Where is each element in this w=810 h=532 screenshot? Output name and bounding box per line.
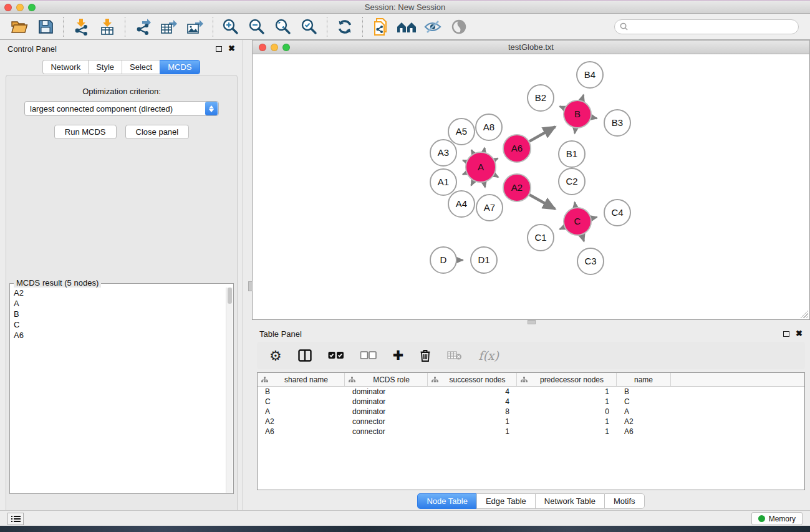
- column-header-name[interactable]: name: [617, 373, 671, 386]
- zoom-in-icon[interactable]: [218, 16, 244, 37]
- memory-button[interactable]: Memory: [751, 512, 803, 525]
- zoom-selected-icon[interactable]: [296, 16, 322, 37]
- hide-selected-icon[interactable]: [420, 16, 446, 37]
- tab-select[interactable]: Select: [122, 60, 160, 74]
- graph-node-A2[interactable]: A2: [503, 174, 531, 201]
- graph-node-A1[interactable]: A1: [430, 169, 456, 195]
- open-file-icon[interactable]: [6, 16, 32, 37]
- graph-edge-B-B2[interactable]: [560, 107, 564, 109]
- import-table-icon[interactable]: [94, 16, 120, 37]
- graph-node-D[interactable]: D: [430, 247, 456, 273]
- tab-motifs[interactable]: Motifs: [604, 493, 645, 509]
- graph-edge-A-A4[interactable]: [471, 181, 474, 185]
- graph-edge-A-A2[interactable]: [494, 175, 498, 177]
- search-field[interactable]: [614, 19, 799, 34]
- zoom-window-button[interactable]: [28, 4, 36, 11]
- refresh-icon[interactable]: [332, 16, 358, 37]
- graph-edge-B-B3[interactable]: [591, 117, 597, 118]
- graph-node-C2[interactable]: C2: [559, 168, 585, 195]
- graph-edge-C-C2[interactable]: [575, 202, 576, 207]
- show-columns-icon[interactable]: [298, 349, 312, 362]
- graph-node-A3[interactable]: A3: [430, 140, 456, 166]
- graph-edge-A-A3[interactable]: [463, 160, 466, 162]
- save-session-icon[interactable]: [32, 16, 59, 37]
- import-network-icon[interactable]: [68, 16, 94, 37]
- tab-mcds[interactable]: MCDS: [160, 60, 200, 74]
- graph-node-A6[interactable]: A6: [503, 135, 531, 162]
- graph-edge-A-A7[interactable]: [484, 182, 485, 187]
- close-panel-icon[interactable]: ✖: [228, 46, 235, 52]
- graph-node-A8[interactable]: A8: [476, 114, 502, 140]
- result-scrollbar[interactable]: [226, 288, 233, 493]
- minimize-window-button[interactable]: [16, 4, 24, 11]
- graph-node-B4[interactable]: B4: [577, 62, 603, 88]
- network-canvas[interactable]: B4B2BB3A5A8A6A3B1AA1A2C2A4A7C4CC1C3DD1: [252, 54, 810, 320]
- zoom-out-icon[interactable]: [244, 16, 270, 37]
- float-panel-icon[interactable]: [216, 46, 222, 52]
- table-row[interactable]: A6connector11A6: [258, 427, 804, 437]
- delete-column-icon[interactable]: [420, 349, 431, 362]
- export-image-icon[interactable]: [182, 16, 208, 37]
- graph-edge-A-A5[interactable]: [471, 150, 473, 154]
- graph-node-B2[interactable]: B2: [528, 85, 554, 111]
- select-all-icon[interactable]: [328, 351, 344, 360]
- graph-edge-C-C1[interactable]: [560, 227, 564, 229]
- show-graphics-details-icon[interactable]: [446, 16, 472, 37]
- result-item[interactable]: B: [11, 309, 226, 319]
- graph-node-A[interactable]: A: [466, 152, 496, 182]
- table-row[interactable]: Bdominator41B: [258, 387, 804, 397]
- result-item[interactable]: A6: [11, 330, 226, 341]
- add-column-icon[interactable]: ✚: [393, 348, 404, 363]
- tab-network[interactable]: Network: [42, 60, 88, 74]
- deselect-all-icon[interactable]: [360, 351, 377, 360]
- close-panel-button[interactable]: Close panel: [125, 125, 190, 139]
- column-header-MCDS-role[interactable]: MCDS role: [345, 373, 428, 386]
- vertical-scroll-thumb[interactable]: [248, 281, 253, 291]
- graph-node-B1[interactable]: B1: [559, 141, 585, 167]
- network-window-titlebar[interactable]: testGlobe.txt: [252, 40, 810, 54]
- graph-edge-C-C4[interactable]: [591, 217, 597, 218]
- new-network-from-selection-icon[interactable]: [367, 16, 393, 37]
- result-item[interactable]: C: [11, 319, 226, 330]
- network-zoom-button[interactable]: [282, 44, 290, 51]
- graph-node-D1[interactable]: D1: [471, 247, 497, 273]
- first-neighbors-icon[interactable]: [393, 16, 420, 37]
- graph-edge-C-C3[interactable]: [582, 235, 584, 241]
- tab-network-table[interactable]: Network Table: [535, 493, 604, 509]
- column-header-predecessor-nodes[interactable]: predecessor nodes: [517, 373, 617, 386]
- network-minimize-button[interactable]: [271, 44, 278, 51]
- criterion-select[interactable]: largest connected component (directed): [24, 101, 219, 116]
- graph-node-C1[interactable]: C1: [528, 225, 554, 251]
- table-row[interactable]: Adominator80A: [258, 407, 804, 417]
- run-mcds-button[interactable]: Run MCDS: [54, 125, 117, 139]
- graph-node-C[interactable]: C: [564, 208, 591, 235]
- graph-edge-A-A1[interactable]: [463, 173, 466, 174]
- float-table-panel-icon[interactable]: [783, 331, 789, 337]
- horizontal-scroll-thumb[interactable]: [528, 320, 536, 324]
- column-header-shared-name[interactable]: shared name: [258, 373, 345, 386]
- tab-style[interactable]: Style: [88, 60, 122, 74]
- graph-node-A7[interactable]: A7: [476, 195, 503, 221]
- tab-node-table[interactable]: Node Table: [417, 493, 476, 509]
- result-item[interactable]: A: [11, 298, 226, 309]
- graph-node-C3[interactable]: C3: [577, 248, 604, 274]
- graph-node-B[interactable]: B: [564, 100, 591, 128]
- graph-node-A4[interactable]: A4: [448, 191, 475, 217]
- graph-edge-A6-B[interactable]: [529, 127, 555, 141]
- zoom-fit-icon[interactable]: [270, 16, 296, 37]
- graph-edge-A2-C[interactable]: [529, 195, 555, 209]
- export-table-icon[interactable]: [156, 16, 182, 37]
- graph-edge-B-B4[interactable]: [582, 95, 584, 100]
- graph-node-A5[interactable]: A5: [448, 118, 475, 145]
- column-header-successor-nodes[interactable]: successor nodes: [428, 373, 517, 386]
- table-settings-icon[interactable]: ⚙: [269, 348, 282, 364]
- table-row[interactable]: Cdominator41C: [258, 397, 804, 407]
- close-table-panel-icon[interactable]: ✖: [796, 331, 803, 337]
- task-history-button[interactable]: [7, 513, 24, 525]
- graph-edge-A-A8[interactable]: [484, 148, 485, 152]
- search-input[interactable]: [628, 22, 793, 31]
- result-item[interactable]: A2: [11, 288, 226, 298]
- tab-edge-table[interactable]: Edge Table: [476, 493, 535, 509]
- table-row[interactable]: A2connector11A2: [258, 417, 804, 427]
- graph-edge-B-B1[interactable]: [575, 128, 576, 133]
